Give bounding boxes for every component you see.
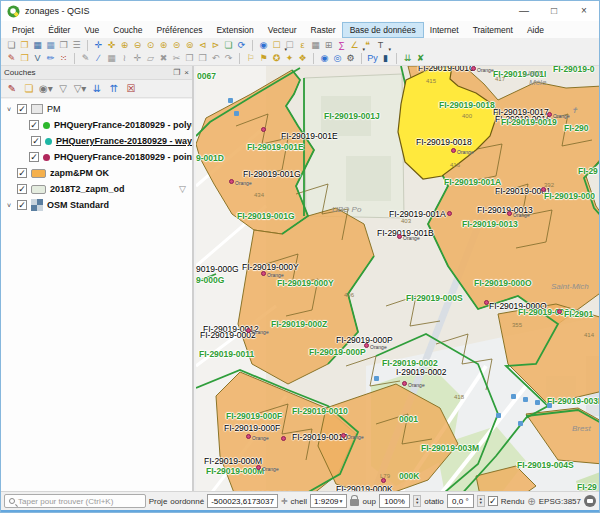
toggle-editing-icon[interactable]: ✎ xyxy=(79,52,92,65)
osm-tools-icon[interactable]: ✘ xyxy=(414,52,427,65)
text-annotation-icon[interactable]: T▾ xyxy=(374,39,387,52)
layer-row[interactable]: ˅✓OSM Standard xyxy=(1,197,192,213)
scale-combobox[interactable]: 1:9209▼ xyxy=(310,494,347,508)
float-panel-icon[interactable]: ❐ xyxy=(173,68,180,77)
select-features-icon[interactable]: ☐▾ xyxy=(270,39,283,52)
extent-icon[interactable]: ✛ xyxy=(281,497,288,506)
save-project-icon[interactable]: ▦ xyxy=(31,39,44,52)
deselect-features-icon[interactable]: ☐ xyxy=(283,39,296,52)
zoom-to-layer-icon[interactable]: ⊚ xyxy=(183,39,196,52)
manage-map-themes-icon[interactable]: ◉▾ xyxy=(39,82,53,96)
move-label-icon[interactable]: ❖ xyxy=(296,52,309,65)
cut-features-icon[interactable]: ✂ xyxy=(170,52,183,65)
close-button[interactable]: × xyxy=(569,1,599,21)
zoom-next-icon[interactable]: ⊳ xyxy=(209,39,222,52)
label-options-icon[interactable]: ⚑ xyxy=(257,52,270,65)
menu-extension[interactable]: Extension xyxy=(209,23,260,37)
expand-arrow-icon[interactable]: ˅ xyxy=(5,106,13,113)
modify-feature-icon[interactable]: ▱ xyxy=(144,52,157,65)
new-map-view-icon[interactable]: ❏ xyxy=(222,39,235,52)
pin-labels-icon[interactable]: ✪ xyxy=(270,52,283,65)
trace-digitize-icon[interactable]: ✏ xyxy=(44,52,57,65)
layer-row[interactable]: ✓PHQueryFrance-20180929 - way xyxy=(1,133,192,149)
crs-status[interactable]: EPSG:3857 xyxy=(539,497,581,506)
copy-features-icon[interactable]: ❐ xyxy=(183,52,196,65)
save-project-as-icon[interactable]: ▦ xyxy=(44,39,57,52)
layer-checkbox[interactable]: ✓ xyxy=(29,120,39,130)
open-attribute-table-icon[interactable]: ▦ xyxy=(309,39,322,52)
filter-legend-icon[interactable]: ▽ xyxy=(56,82,70,96)
paste-features-icon[interactable]: ❒ xyxy=(196,52,209,65)
map-canvas[interactable]: FI-29019-001EFI-29019-001GFI-29019-001CF… xyxy=(196,66,599,491)
add-group-icon[interactable]: ❏ xyxy=(22,82,36,96)
scatter-edit-icon[interactable]: ⁙ xyxy=(57,52,70,65)
magnifier-spinner[interactable]: ▲▼ xyxy=(413,495,421,507)
expand-all-icon[interactable]: ⇊ xyxy=(90,82,104,96)
rotation-spinner[interactable]: ▲▼ xyxy=(477,495,485,507)
new-project-icon[interactable]: ❏ xyxy=(5,39,18,52)
pan-to-selection-icon[interactable]: ✜ xyxy=(105,39,118,52)
undo-icon[interactable]: ↶ xyxy=(209,52,222,65)
osm-download-icon[interactable]: ⇊ xyxy=(401,52,414,65)
layer-group-row[interactable]: ˅✓PM xyxy=(1,101,192,117)
open-project-icon[interactable]: ❐ xyxy=(18,39,31,52)
dropdown-arrow-icon[interactable]: ▾ xyxy=(48,83,53,94)
highlight-labels-icon[interactable]: ✦ xyxy=(283,52,296,65)
rotation-input[interactable]: 0,0 ° xyxy=(447,494,474,508)
crs-globe-icon[interactable]: ⊕ xyxy=(527,496,535,507)
save-edits-icon[interactable]: ▦ xyxy=(105,52,118,65)
layer-row[interactable]: ✓PHQueryFrance-20180929 - polygon xyxy=(1,117,192,133)
pan-map-icon[interactable]: ✛ xyxy=(92,39,105,52)
layer-row[interactable]: ✓zapm&PM OK xyxy=(1,165,192,181)
messages-icon[interactable] xyxy=(584,495,596,507)
dropdown-arrow-icon[interactable]: ▾ xyxy=(81,83,86,94)
maximize-button[interactable]: □ xyxy=(539,1,569,21)
layer-styling-icon[interactable]: ✎ xyxy=(5,82,19,96)
layer-labeling-icon[interactable]: ⚐ xyxy=(244,52,257,65)
identify-round2-icon[interactable]: ◎ xyxy=(331,52,344,65)
vertex-marker-icon[interactable]: V xyxy=(31,52,44,65)
menu-pr-f-rences[interactable]: Préférences xyxy=(150,23,210,37)
coordinate-input[interactable]: -500023,6173037 xyxy=(207,494,278,508)
digitize-icon[interactable]: ∕ xyxy=(92,52,105,65)
add-line-feature-icon[interactable]: ≀ xyxy=(118,52,131,65)
street-view-icon[interactable]: ⚙ xyxy=(344,52,357,65)
layer-checkbox[interactable]: ✓ xyxy=(17,104,27,114)
field-calculator-icon[interactable]: ⊞ xyxy=(322,39,335,52)
menu-base-de-donn-es[interactable]: Base de données xyxy=(343,23,423,37)
zoom-full-icon[interactable]: ⊛ xyxy=(157,39,170,52)
layer-row[interactable]: ✓2018T2_zapm_od▽ xyxy=(1,181,192,197)
filter-by-expression-icon[interactable]: ▽▾ xyxy=(73,82,87,96)
delete-selected-icon[interactable]: ✖ xyxy=(157,52,170,65)
select-by-expression-icon[interactable]: ε xyxy=(296,39,309,52)
expand-arrow-icon[interactable]: ˅ xyxy=(5,202,13,209)
remove-layer-icon[interactable]: ☒ xyxy=(124,82,138,96)
layer-checkbox[interactable]: ✓ xyxy=(17,168,27,178)
menu-couche[interactable]: Couche xyxy=(106,23,149,37)
menu-traitement[interactable]: Traitement xyxy=(466,23,520,37)
collapse-all-icon[interactable]: ⇈ xyxy=(107,82,121,96)
layer-checkbox[interactable]: ✓ xyxy=(31,136,41,146)
python-console-icon[interactable]: Py xyxy=(366,52,379,65)
redo-icon[interactable]: ↷ xyxy=(222,52,235,65)
statistics-icon[interactable]: ∑ xyxy=(335,39,348,52)
new-print-layout-icon[interactable]: ❒ xyxy=(57,39,70,52)
vertex-tool-icon[interactable]: ✛ xyxy=(131,52,144,65)
minimize-button[interactable]: — xyxy=(509,1,539,21)
menu-vue[interactable]: Vue xyxy=(77,23,106,37)
measure-icon[interactable]: ∠▾ xyxy=(348,39,361,52)
zoom-to-selection-icon[interactable]: ⊜ xyxy=(170,39,183,52)
layer-checkbox[interactable]: ✓ xyxy=(29,152,39,162)
menu--diter[interactable]: Éditer xyxy=(41,23,77,37)
zoom-out-icon[interactable]: ⊖ xyxy=(131,39,144,52)
locator-search-input[interactable]: Taper pour trouver (Ctrl+K) xyxy=(4,494,146,508)
close-panel-icon[interactable]: × xyxy=(184,68,189,77)
refresh-icon[interactable]: ⟳ xyxy=(235,39,248,52)
zoom-native-icon[interactable]: ⊙ xyxy=(144,39,157,52)
paste-style-icon[interactable]: ❒ xyxy=(18,52,31,65)
log-messages-icon[interactable]: ▮ xyxy=(379,52,392,65)
layer-checkbox[interactable]: ✓ xyxy=(17,184,27,194)
menu-internet[interactable]: Internet xyxy=(423,23,466,37)
layout-manager-icon[interactable]: ☰ xyxy=(70,39,83,52)
zoom-last-icon[interactable]: ⊲ xyxy=(196,39,209,52)
